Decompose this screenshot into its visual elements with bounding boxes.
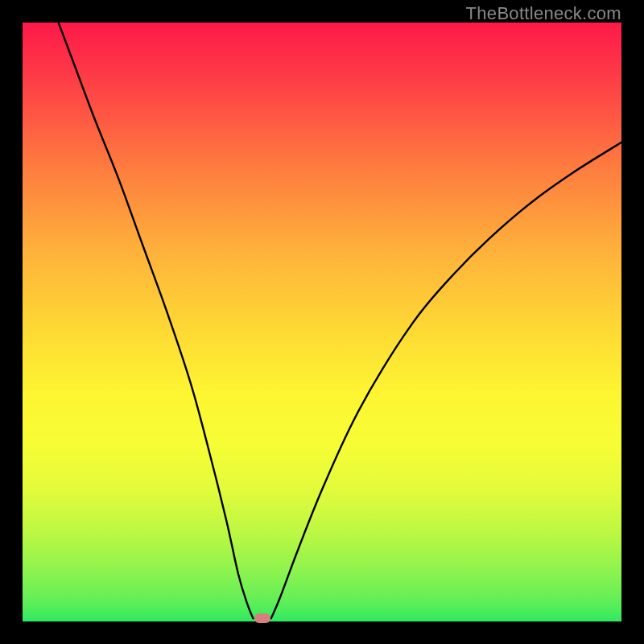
optimal-point-marker (254, 613, 270, 623)
bottleneck-curve (23, 23, 621, 621)
curve-left-branch (59, 23, 254, 618)
watermark-text: TheBottleneck.com (466, 3, 621, 24)
chart-frame: TheBottleneck.com (0, 0, 644, 644)
plot-area (23, 23, 621, 621)
curve-right-branch (271, 142, 621, 618)
